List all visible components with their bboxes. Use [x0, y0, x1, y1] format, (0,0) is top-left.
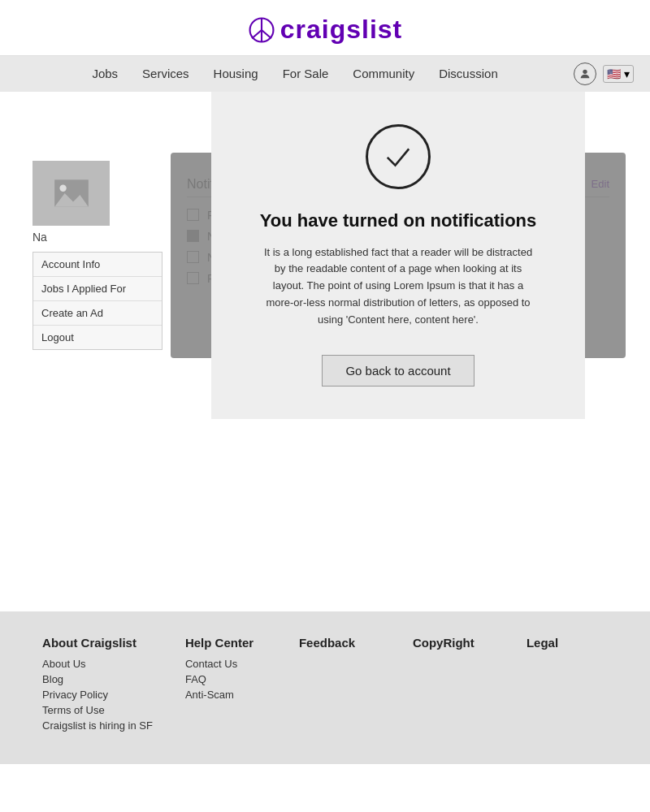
account-layout: Na Account Info Jobs I Applied For Creat… [32, 161, 618, 350]
footer-legal: Legal [526, 636, 608, 732]
svg-point-7 [59, 184, 66, 191]
profile-image [32, 161, 110, 226]
sidebar-jobs-applied[interactable]: Jobs I Applied For [33, 277, 162, 301]
nav-community[interactable]: Community [353, 67, 414, 80]
sidebar-create-ad[interactable]: Create an Ad [33, 301, 162, 326]
user-icon[interactable] [574, 63, 596, 85]
nav-right: 🇺🇸 ▾ [574, 63, 634, 85]
footer-anti-scam[interactable]: Anti-Scam [185, 689, 266, 701]
footer-help-title: Help Center [185, 636, 266, 650]
nav-services[interactable]: Services [142, 67, 189, 80]
nav-housing[interactable]: Housing [214, 67, 258, 80]
logo[interactable]: craigslist [248, 15, 403, 45]
footer-help: Help Center Contact Us FAQ Anti-Scam [185, 636, 266, 732]
account-sidebar: Na Account Info Jobs I Applied For Creat… [32, 161, 162, 350]
sidebar-menu: Account Info Jobs I Applied For Create a… [32, 252, 162, 350]
nav-jobs[interactable]: Jobs [92, 67, 118, 80]
main-nav: Jobs Services Housing For Sale Community… [0, 56, 650, 92]
sidebar-account-info[interactable]: Account Info [33, 253, 162, 277]
footer-copyright-title: CopyRight [413, 636, 494, 650]
nav-forsale[interactable]: For Sale [283, 67, 329, 80]
modal-overlay: You have turned on notifications It is a… [171, 153, 626, 358]
svg-line-3 [262, 30, 271, 38]
nav-discussion[interactable]: Discussion [439, 67, 498, 80]
check-circle-icon [366, 124, 431, 189]
footer-about-us[interactable]: About Us [42, 658, 153, 670]
language-selector[interactable]: 🇺🇸 ▾ [603, 65, 634, 83]
svg-point-4 [583, 69, 587, 73]
footer-legal-title: Legal [526, 636, 608, 650]
notification-modal: You have turned on notifications It is a… [211, 92, 585, 419]
footer-about: About Craigslist About Us Blog Privacy P… [42, 636, 153, 732]
modal-title: You have turned on notifications [260, 210, 537, 231]
svg-line-2 [252, 30, 262, 38]
nav-links: Jobs Services Housing For Sale Community… [16, 67, 574, 80]
footer-terms[interactable]: Terms of Use [42, 704, 153, 716]
footer-blog[interactable]: Blog [42, 673, 153, 685]
footer-copyright: CopyRight [413, 636, 494, 732]
image-placeholder-icon [51, 173, 92, 214]
footer-contact-us[interactable]: Contact Us [185, 658, 266, 670]
footer-faq[interactable]: FAQ [185, 673, 266, 685]
go-back-button[interactable]: Go back to account [322, 355, 474, 387]
sidebar-logout[interactable]: Logout [33, 326, 162, 349]
account-content: You have turned on notifications It is a… [179, 161, 618, 350]
footer: About Craigslist About Us Blog Privacy P… [0, 611, 650, 764]
footer-feedback: Feedback [299, 636, 380, 732]
footer-feedback-title: Feedback [299, 636, 380, 650]
profile-name: Na [32, 231, 162, 244]
footer-columns: About Craigslist About Us Blog Privacy P… [32, 636, 618, 732]
modal-body: It is a long established fact that a rea… [260, 244, 536, 329]
footer-hiring[interactable]: Craigslist is hiring in SF [42, 719, 153, 732]
main-content: My Account Na Account Info Jobs I Applie… [0, 92, 650, 579]
footer-about-title: About Craigslist [42, 636, 153, 650]
header: craigslist Jobs Services Housing For Sal… [0, 0, 650, 92]
footer-privacy[interactable]: Privacy Policy [42, 689, 153, 701]
